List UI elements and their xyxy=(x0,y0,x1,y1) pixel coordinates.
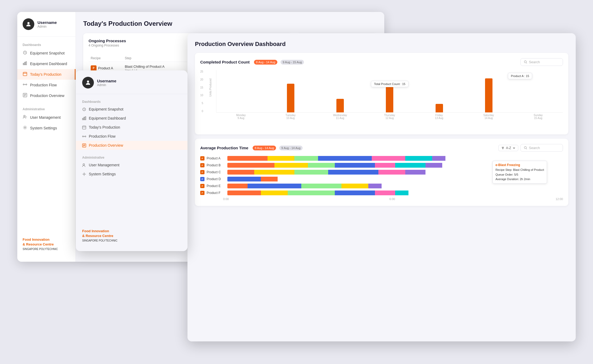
sidebar-item-label: Equipment Snapshot xyxy=(30,51,65,55)
avg-production-time-card: Average Production Time 8 Aug - 14 Aug 9… xyxy=(195,139,568,206)
x-axis-labels: Monday9 Aug Tuesday10 Aug Wednesday11 Au… xyxy=(216,113,563,120)
sidebar-item-label: Equipment Dashboard xyxy=(30,62,67,66)
hbar-x-axis: 0:00 6:00 12:00 xyxy=(200,197,563,201)
sidebar-item-equipment-dashboard[interactable]: Equipment Dashboard xyxy=(17,58,76,69)
completed-count-chart-card: Completed Product Count 8 Aug - 14 Aug 9… xyxy=(195,53,568,134)
segment xyxy=(268,156,294,161)
y-axis: 25 20 15 10 5 0 xyxy=(200,70,205,113)
overlay-item-todays-production[interactable]: Today's Production xyxy=(76,123,187,132)
sidebar-item-production-flow[interactable]: Production Flow xyxy=(17,80,76,90)
sidebar-item-production-overview[interactable]: Production Overview xyxy=(17,90,76,101)
segment xyxy=(375,191,395,195)
product-f-bar xyxy=(227,191,563,195)
bar-group-tuesday xyxy=(266,70,315,112)
segment xyxy=(335,163,375,168)
segment xyxy=(227,191,261,195)
svg-rect-19 xyxy=(84,117,85,120)
chevron-down-icon xyxy=(513,147,515,149)
svg-point-7 xyxy=(26,84,27,85)
sidebar-item-equipment-snapshot[interactable]: Equipment Snapshot xyxy=(17,48,76,58)
overlay-username: Username xyxy=(97,79,116,83)
avg-date-badge-active[interactable]: 8 Aug - 14 Aug xyxy=(253,146,276,150)
segment xyxy=(378,170,405,175)
svg-rect-5 xyxy=(23,72,27,76)
date-badge-inactive[interactable]: 9 Aug - 15 Aug xyxy=(281,60,304,65)
bar-group-wednesday xyxy=(315,70,365,112)
sidebar-user: Username Admin xyxy=(17,18,76,37)
sort-filter[interactable]: A-Z xyxy=(498,145,518,151)
ongoing-processes-title: Ongoing Processes xyxy=(89,39,126,43)
segment xyxy=(227,177,261,181)
users-icon xyxy=(82,163,86,167)
y-label: 0 xyxy=(202,110,203,113)
segment xyxy=(432,156,445,161)
x-label-thursday: Thursday12 Aug xyxy=(365,114,414,120)
ongoing-processes-subtitle: 4 Ongoing Processes xyxy=(89,44,126,47)
sidebar-item-todays-production[interactable]: Today's Production xyxy=(17,69,76,80)
segment xyxy=(375,163,395,168)
sidebar-dashboards-label: Dashboards xyxy=(17,41,76,48)
bar-friday xyxy=(436,104,443,112)
overlay-logo-line3: SINGAPORE POLYTECHNIC xyxy=(82,239,181,243)
filter-label: A-Z xyxy=(506,146,511,150)
bar-saturday xyxy=(485,78,492,112)
segment xyxy=(227,156,268,161)
overlay-admin-label: Administrative xyxy=(76,153,187,160)
svg-point-16 xyxy=(87,81,89,83)
product-a-bar xyxy=(227,156,563,161)
chart-search[interactable]: Search xyxy=(520,58,563,66)
x-label-0: 0:00 xyxy=(223,197,229,201)
segment xyxy=(261,177,278,181)
overlay-item-production-flow[interactable]: Production Flow xyxy=(76,132,187,141)
segment xyxy=(328,170,378,175)
overlay-logo-line2: & Resource Centre xyxy=(82,234,181,238)
tooltip-thursday-text: Total Product Count : 15 xyxy=(374,82,405,86)
overlay-logo-line1: Food Innovation xyxy=(82,229,181,234)
completed-count-chart-header: Completed Product Count 8 Aug - 14 Aug 9… xyxy=(200,58,563,66)
svg-point-9 xyxy=(24,115,25,117)
bar-tuesday xyxy=(287,84,294,112)
overlay-item-label: Equipment Dashboard xyxy=(89,116,126,120)
search-placeholder: Search xyxy=(529,60,540,64)
sidebar-item-system-settings[interactable]: System Settings xyxy=(17,123,76,133)
logo-line3: SINGAPORE POLYTECHNIC xyxy=(23,247,70,251)
overlay-item-label: Equipment Snapshot xyxy=(89,107,123,111)
sidebar-item-label: Today's Production xyxy=(30,72,61,77)
hbar-chart-container: e-Blast Freezing Recipe Step: Blast Chil… xyxy=(200,156,563,201)
avg-time-search[interactable]: Search xyxy=(520,144,563,152)
flow-icon xyxy=(82,134,86,138)
overview-title: Production Overview Dashboard xyxy=(195,41,568,48)
avg-date-badge-inactive[interactable]: 9 Aug - 14 Aug xyxy=(279,146,303,150)
x-label-sunday: Sunday15 Aug xyxy=(513,114,563,120)
clock-icon xyxy=(82,107,86,111)
overlay-avatar xyxy=(82,77,94,88)
overlay-item-equipment-dashboard[interactable]: Equipment Dashboard xyxy=(76,114,187,123)
completed-count-title: Completed Product Count xyxy=(200,60,250,64)
svg-rect-2 xyxy=(23,63,24,65)
sidebar-item-user-management[interactable]: User Management xyxy=(17,112,76,123)
segment xyxy=(405,170,425,175)
sidebar-item-label: User Management xyxy=(30,115,61,120)
sidebar-item-label: System Settings xyxy=(30,126,57,130)
x-label-tuesday: Tuesday10 Aug xyxy=(266,114,315,120)
svg-rect-3 xyxy=(24,62,25,65)
x-label-saturday: Saturday14 Aug xyxy=(464,114,513,120)
date-badge-active[interactable]: 8 Aug - 14 Aug xyxy=(254,60,277,65)
bar-group-thursday: Total Product Count : 15 xyxy=(365,70,414,112)
hbar-row-product-f: P Product F xyxy=(200,191,563,195)
segment xyxy=(308,163,335,168)
overlay-item-label: Today's Production xyxy=(89,125,120,129)
product-a-badge: P xyxy=(200,156,204,160)
product-b-badge: P xyxy=(200,163,204,167)
overlay-item-equipment-snapshot[interactable]: Equipment Snapshot xyxy=(76,105,187,114)
tooltip-line1: Recipe Step: Blast Chilling of Product xyxy=(495,168,544,172)
svg-point-0 xyxy=(27,22,30,24)
overlay-item-production-overview[interactable]: Production Overview xyxy=(76,141,187,150)
bar-thursday xyxy=(386,87,393,112)
overlay-item-user-management[interactable]: User Management xyxy=(76,160,187,170)
product-f-badge: P xyxy=(200,191,204,195)
overlay-item-system-settings[interactable]: System Settings xyxy=(76,170,187,179)
segment xyxy=(395,163,425,168)
calendar-icon xyxy=(82,125,86,129)
product-a-label: Product A xyxy=(207,156,225,160)
